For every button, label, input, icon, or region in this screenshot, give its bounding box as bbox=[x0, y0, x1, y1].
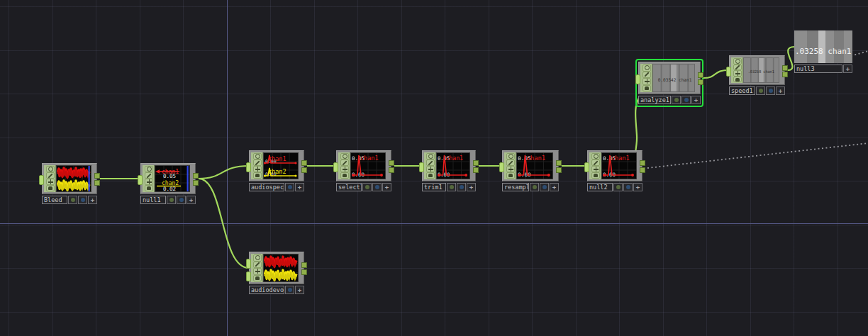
plus-button[interactable]: + bbox=[691, 96, 701, 104]
input-connector[interactable] bbox=[584, 162, 589, 172]
node-viewer[interactable]: 0.03542 chan1 bbox=[652, 64, 695, 92]
edit-flag-icon[interactable] bbox=[145, 172, 153, 179]
input-connector[interactable] bbox=[333, 162, 338, 172]
output-connector[interactable] bbox=[94, 173, 100, 179]
network-editor-canvas[interactable]: Bleed+ chan1 0.05 chan2 0.02 null1+ 0.00… bbox=[0, 0, 868, 336]
input-connector[interactable] bbox=[246, 162, 251, 172]
blue-flag-dot[interactable] bbox=[177, 196, 186, 204]
output-connector[interactable] bbox=[389, 160, 394, 166]
output-connector[interactable] bbox=[698, 72, 703, 78]
blue-flag-dot[interactable] bbox=[78, 196, 87, 204]
output-connector[interactable] bbox=[193, 180, 199, 186]
node-flag-strip[interactable] bbox=[504, 152, 516, 179]
node-body[interactable]: 0.05 chan1 0.00 bbox=[502, 150, 559, 181]
output-connector[interactable] bbox=[640, 160, 645, 166]
plus-button[interactable]: + bbox=[88, 196, 97, 204]
output-connector[interactable] bbox=[301, 269, 307, 275]
node-name-field[interactable]: trim1 bbox=[422, 183, 446, 191]
node-viewer[interactable]: .03258 chan1 bbox=[794, 30, 852, 63]
node-flag-strip[interactable] bbox=[44, 165, 56, 192]
node-body[interactable]: 0.05 chan1 0.00 bbox=[587, 150, 642, 181]
node-null2[interactable]: 0.05 chan1 0.00 null2+ bbox=[587, 150, 642, 191]
node-speed1[interactable]: .03258 chan1speed1+ bbox=[729, 55, 785, 95]
hand-flag-icon[interactable] bbox=[253, 172, 262, 179]
node-name-field[interactable]: null1 bbox=[140, 196, 166, 204]
green-flag-dot[interactable] bbox=[613, 183, 623, 191]
node-bleed[interactable]: Bleed+ bbox=[42, 163, 97, 204]
output-connector[interactable] bbox=[698, 79, 703, 85]
blue-flag-dot[interactable] bbox=[766, 86, 775, 95]
viewer-flag-icon[interactable] bbox=[733, 58, 742, 65]
node-audiodevout1[interactable]: audiodevout1+ bbox=[249, 252, 304, 294]
hand-flag-icon[interactable] bbox=[426, 172, 435, 179]
input-connector[interactable] bbox=[499, 162, 504, 172]
node-flag-strip[interactable] bbox=[338, 152, 350, 179]
blue-flag-dot[interactable] bbox=[540, 183, 549, 191]
edit-flag-icon[interactable] bbox=[253, 262, 262, 269]
plus-button[interactable]: + bbox=[295, 183, 304, 191]
hand-flag-icon[interactable] bbox=[145, 185, 153, 191]
output-connector[interactable] bbox=[301, 167, 307, 173]
plus-button[interactable]: + bbox=[467, 183, 476, 191]
input-connector[interactable] bbox=[726, 67, 731, 77]
plus-flag-icon[interactable] bbox=[340, 166, 349, 172]
node-flag-strip[interactable] bbox=[589, 152, 601, 179]
green-flag-dot[interactable] bbox=[447, 183, 456, 191]
input-connector[interactable] bbox=[419, 162, 424, 172]
edit-flag-icon[interactable] bbox=[506, 159, 515, 166]
hand-flag-icon[interactable] bbox=[591, 172, 600, 179]
plus-flag-icon[interactable] bbox=[642, 78, 651, 85]
node-viewer[interactable] bbox=[263, 254, 299, 282]
plus-button[interactable]: + bbox=[187, 196, 196, 204]
output-connector[interactable] bbox=[556, 167, 562, 173]
blue-flag-dot[interactable] bbox=[457, 183, 466, 191]
blue-flag-dot[interactable] bbox=[285, 183, 294, 191]
green-flag-dot[interactable] bbox=[756, 86, 765, 95]
input-connector[interactable] bbox=[246, 259, 251, 269]
node-audiospect1[interactable]: 0.00 chan1 0.00 chan2 audiospect1+ bbox=[249, 150, 304, 191]
blue-flag-dot[interactable] bbox=[372, 183, 382, 191]
edit-flag-icon[interactable] bbox=[591, 159, 600, 166]
hand-flag-icon[interactable] bbox=[733, 77, 742, 82]
plus-button[interactable]: + bbox=[633, 183, 642, 191]
plus-flag-icon[interactable] bbox=[506, 166, 515, 172]
node-name-field[interactable]: select1 bbox=[336, 183, 362, 191]
edit-flag-icon[interactable] bbox=[426, 159, 435, 166]
node-null3[interactable]: .03258 chan1null3+ bbox=[794, 30, 852, 73]
plus-flag-icon[interactable] bbox=[591, 166, 600, 172]
blue-flag-dot[interactable] bbox=[623, 183, 633, 191]
node-body[interactable] bbox=[249, 252, 304, 284]
output-connector[interactable] bbox=[301, 262, 307, 268]
edit-flag-icon[interactable] bbox=[253, 159, 262, 166]
node-body[interactable]: 0.05 chan1 0.00 bbox=[422, 150, 476, 181]
node-body[interactable]: 0.05 chan1 0.00 bbox=[336, 150, 391, 181]
node-body[interactable]: 0.00 chan1 0.00 chan2 bbox=[249, 150, 304, 181]
node-viewer[interactable]: .03258 chan1 bbox=[743, 57, 779, 83]
plus-flag-icon[interactable] bbox=[733, 70, 742, 77]
node-body[interactable]: 0.03542 chan1 bbox=[638, 62, 701, 94]
output-connector[interactable] bbox=[473, 160, 479, 166]
green-flag-dot[interactable] bbox=[530, 183, 539, 191]
output-connector[interactable] bbox=[556, 160, 562, 166]
node-flag-strip[interactable] bbox=[143, 165, 155, 192]
hand-flag-icon[interactable] bbox=[340, 172, 349, 179]
plus-flag-icon[interactable] bbox=[426, 166, 435, 172]
hand-flag-icon[interactable] bbox=[46, 185, 55, 191]
input-connector[interactable] bbox=[635, 74, 640, 84]
green-flag-dot[interactable] bbox=[68, 196, 77, 204]
plus-button[interactable]: + bbox=[550, 183, 559, 191]
node-null1[interactable]: chan1 0.05 chan2 0.02 null1+ bbox=[140, 163, 196, 204]
node-body[interactable] bbox=[42, 163, 97, 194]
input-connector[interactable] bbox=[39, 175, 44, 185]
blue-flag-dot[interactable] bbox=[681, 96, 691, 104]
hand-flag-icon[interactable] bbox=[642, 85, 651, 92]
node-name-field[interactable]: null2 bbox=[587, 183, 613, 191]
viewer-flag-icon[interactable] bbox=[253, 254, 262, 262]
blue-flag-dot[interactable] bbox=[285, 286, 294, 294]
output-connector[interactable] bbox=[94, 180, 100, 186]
hand-flag-icon[interactable] bbox=[506, 172, 515, 179]
node-name-field[interactable]: Bleed bbox=[42, 196, 67, 204]
viewer-flag-icon[interactable] bbox=[591, 153, 600, 159]
node-flag-strip[interactable] bbox=[424, 152, 436, 179]
output-connector[interactable] bbox=[193, 173, 199, 179]
